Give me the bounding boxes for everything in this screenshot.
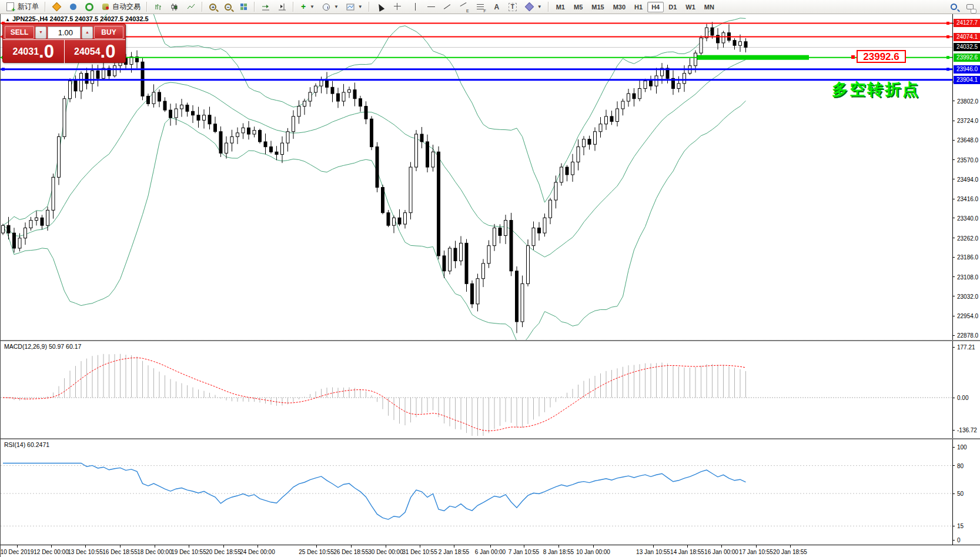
- price-axis-label: 22954.0: [957, 313, 978, 319]
- buy-price[interactable]: 24054.0: [65, 40, 126, 64]
- chevron-down-icon: ▼: [537, 4, 542, 9]
- timeframe-button-h4[interactable]: H4: [647, 2, 664, 12]
- volume-input[interactable]: 1.00: [48, 26, 81, 39]
- one-click-trade-panel: SELL ▼ 1.00 ▲ BUY 24031.0 24054.0: [2, 24, 126, 63]
- highlighted-line-segment[interactable]: [697, 55, 809, 60]
- axis-tick: [952, 465, 955, 466]
- time-axis-label: 18 Dec 00:00: [137, 549, 172, 555]
- price-axis-label: 23032.0: [957, 293, 978, 299]
- time-axis-tick: [189, 545, 189, 548]
- price-axis-label: 23724.0: [957, 118, 978, 124]
- search-icon: [951, 4, 957, 10]
- search-button[interactable]: [946, 1, 961, 13]
- time-axis-tick: [721, 545, 722, 548]
- macd-histogram: [3, 354, 746, 436]
- line-price-axis-box: 24127.7: [954, 19, 980, 27]
- toolbar: 新订单 自动交易 + − +▼ ▼ ▼ A T ▼ M1M5M15M30H1H4…: [0, 0, 980, 14]
- price-axis-label: 0.00: [957, 395, 968, 401]
- bar-chart-button[interactable]: [150, 1, 166, 13]
- sell-price[interactable]: 24031.0: [3, 40, 65, 64]
- timeframe-button-m15[interactable]: M15: [587, 2, 608, 12]
- axis-tick: [952, 316, 955, 316]
- time-axis-tick: [257, 545, 258, 548]
- line-handle[interactable]: [946, 68, 949, 71]
- timeframe-button-m30[interactable]: M30: [609, 2, 630, 12]
- time-axis-label: 10 Dec 2019: [1, 549, 34, 555]
- new-order-icon: [6, 2, 14, 11]
- timeframe-button-d1[interactable]: D1: [664, 2, 681, 12]
- new-order-button[interactable]: 新订单: [2, 1, 42, 13]
- templates-button[interactable]: ▼: [343, 1, 366, 13]
- text-label-icon: T: [509, 3, 517, 11]
- channel-button[interactable]: [456, 1, 472, 13]
- trendline-button[interactable]: [440, 1, 454, 13]
- price-axis-label: 23186.0: [957, 254, 978, 261]
- axis-tick: [952, 540, 955, 541]
- price-annotation-box[interactable]: 23992.6: [857, 50, 906, 63]
- chart-shift-button[interactable]: [275, 1, 290, 13]
- text-icon: A: [493, 2, 501, 12]
- line-handle[interactable]: [2, 68, 5, 71]
- timeframe-button-w1[interactable]: W1: [681, 2, 700, 12]
- autotrading-label: 自动交易: [112, 2, 141, 12]
- price-box-anchor[interactable]: [851, 55, 855, 59]
- signals-button[interactable]: [82, 1, 97, 13]
- chart-window[interactable]: ▲JPN225-,H4 24027.5 24037.5 24027.5 2403…: [0, 14, 980, 557]
- separator: [293, 2, 294, 12]
- auto-scroll-button[interactable]: [258, 1, 273, 13]
- line-price-axis-box: 23946.0: [954, 65, 980, 74]
- pane-separator[interactable]: [1, 438, 980, 439]
- axis-tick: [952, 276, 955, 277]
- community-button[interactable]: [66, 1, 81, 13]
- time-axis-tick: [51, 545, 52, 548]
- axis-tick: [952, 526, 955, 526]
- line-chart-button[interactable]: [183, 1, 199, 13]
- price-axis[interactable]: 24110.023878.023802.023724.023648.023570…: [952, 14, 980, 545]
- turning-point-annotation[interactable]: 多空转折点: [832, 79, 920, 100]
- zoom-in-button[interactable]: +: [206, 1, 220, 13]
- price-axis-label: 0: [957, 537, 961, 543]
- periods-button[interactable]: ▼: [319, 1, 342, 13]
- symbol-ohlc-label: ▲JPN225-,H4 24027.5 24037.5 24027.5 2403…: [5, 15, 149, 22]
- price-chart-canvas: [1, 14, 952, 341]
- buy-button[interactable]: BUY: [94, 26, 123, 39]
- line-handle[interactable]: [946, 35, 949, 38]
- timeframe-button-mn[interactable]: MN: [700, 2, 718, 12]
- cursor-button[interactable]: [373, 1, 388, 13]
- tile-windows-button[interactable]: [236, 1, 251, 13]
- timeframe-button-h1[interactable]: H1: [630, 2, 647, 12]
- time-axis[interactable]: 10 Dec 201912 Dec 00:0013 Dec 10:5516 De…: [1, 545, 980, 557]
- text-label-button[interactable]: T: [505, 1, 520, 13]
- zoom-out-button[interactable]: −: [221, 1, 235, 13]
- vertical-line-button[interactable]: [408, 1, 423, 13]
- indicators-button[interactable]: +▼: [297, 1, 317, 13]
- signals-icon: [85, 3, 93, 11]
- time-axis-label: 26 Dec 18:55: [333, 549, 369, 555]
- timeframe-button-m1[interactable]: M1: [552, 2, 569, 12]
- line-price-axis-box: 23904.1: [954, 76, 980, 84]
- volume-decrease-button[interactable]: ▼: [35, 26, 46, 39]
- fibonacci-button[interactable]: [473, 1, 489, 13]
- metaeditor-button[interactable]: [49, 1, 65, 13]
- arrows-button[interactable]: ▼: [521, 1, 545, 13]
- candlestick-chart-button[interactable]: [167, 1, 182, 13]
- volume-increase-button[interactable]: ▲: [82, 26, 93, 39]
- timeframe-button-m5[interactable]: M5: [570, 2, 587, 12]
- time-axis-label: 20 Dec 18:55: [206, 549, 241, 555]
- rsi-label: RSI(14) 60.2471: [4, 441, 49, 448]
- pane-separator[interactable]: [1, 340, 980, 341]
- time-axis-tick: [653, 545, 654, 548]
- time-axis-tick: [558, 545, 559, 548]
- chat-button[interactable]: [962, 1, 978, 13]
- horizontal-line-button[interactable]: [424, 1, 439, 13]
- autotrading-button[interactable]: 自动交易: [98, 1, 143, 13]
- text-button[interactable]: A: [490, 1, 504, 13]
- rsi-pane: RSI(14) 60.2471: [1, 439, 952, 545]
- crosshair-button[interactable]: [389, 1, 407, 13]
- auto-scroll-icon: [262, 3, 270, 11]
- line-handle[interactable]: [946, 56, 949, 59]
- line-handle[interactable]: [946, 22, 949, 25]
- collapse-panel-icon[interactable]: ▲: [5, 17, 10, 22]
- sell-button[interactable]: SELL: [5, 26, 34, 39]
- zoom-in-icon: +: [209, 4, 216, 11]
